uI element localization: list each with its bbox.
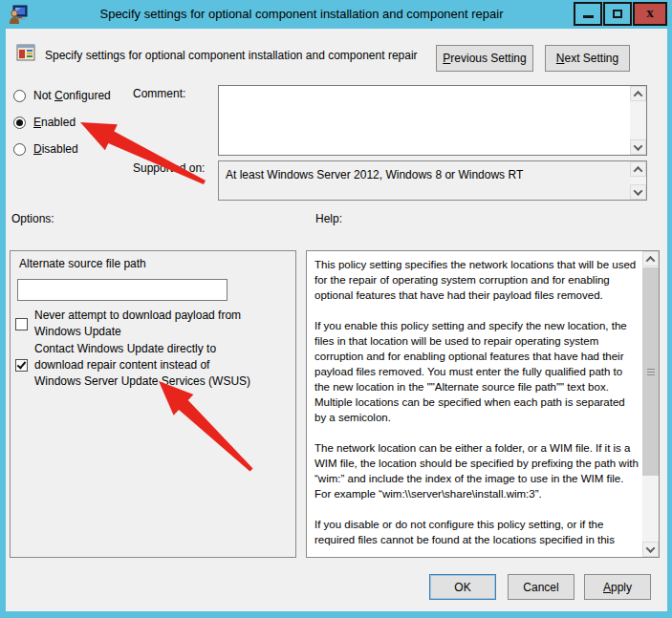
checkbox-contact-wu[interactable] — [15, 359, 28, 372]
supported-on-label: Supported on: — [133, 161, 205, 175]
titlebar[interactable]: Specify settings for optional component … — [0, 0, 672, 29]
chevron-down-icon — [634, 141, 643, 151]
alternate-source-path-input[interactable] — [17, 279, 228, 301]
radio-enabled[interactable]: Enabled — [13, 115, 76, 130]
checkbox-never-download-label: Never attempt to download payload from W… — [34, 308, 259, 340]
ok-button[interactable]: OK — [429, 574, 496, 600]
radio-not-configured-circle[interactable] — [13, 90, 26, 102]
policy-setting-icon — [15, 42, 36, 63]
close-icon: x — [646, 6, 654, 20]
previous-setting-label: Previous Setting — [443, 52, 526, 65]
minimize-icon — [583, 15, 594, 18]
help-paragraph: If you disable or do not configure this … — [314, 517, 639, 547]
scroll-up-button[interactable] — [630, 86, 646, 101]
radio-disabled[interactable]: Disabled — [13, 141, 78, 157]
close-button[interactable]: x — [633, 2, 667, 26]
options-panel: Alternate source file path Never attempt… — [10, 250, 296, 558]
supported-on-box: At least Windows Server 2012, Windows 8 … — [218, 160, 647, 201]
help-panel: This policy setting specifies the networ… — [306, 250, 660, 558]
checkbox-never-download[interactable] — [15, 318, 28, 330]
previous-setting-button[interactable]: Previous Setting — [436, 45, 533, 72]
help-scrollbar[interactable] — [642, 251, 659, 557]
next-setting-label: Next Setting — [556, 52, 618, 65]
chevron-up-icon — [646, 255, 656, 265]
scroll-down-button[interactable] — [642, 542, 659, 557]
comment-scrollbar[interactable] — [630, 86, 646, 155]
radio-enabled-label: Enabled — [33, 116, 76, 129]
checkbox-contact-wu-label: Contact Windows Update directly to downl… — [34, 341, 259, 390]
options-section-label: Options: — [11, 212, 54, 225]
scroll-down-button[interactable] — [630, 184, 646, 200]
policy-settings-dialog: Specify settings for optional component … — [0, 0, 672, 618]
next-setting-button[interactable]: Next Setting — [545, 45, 630, 72]
window-title: Specify settings for optional component … — [38, 7, 565, 21]
radio-disabled-label: Disabled — [33, 142, 78, 156]
checkbox-never-download-row[interactable]: Never attempt to download payload from W… — [15, 308, 259, 340]
dialog-body: Specify settings for optional component … — [6, 29, 667, 611]
cancel-button[interactable]: Cancel — [508, 574, 574, 600]
scroll-down-button[interactable] — [630, 139, 646, 155]
radio-enabled-circle[interactable] — [13, 117, 26, 129]
comment-textarea[interactable] — [218, 85, 647, 156]
comment-label: Comment: — [133, 87, 185, 100]
minimize-button[interactable] — [574, 2, 602, 26]
help-paragraph: If you enable this policy setting and sp… — [314, 318, 639, 425]
radio-not-configured-label: Not Configured — [33, 89, 111, 102]
scrollbar-thumb[interactable] — [642, 267, 659, 476]
ok-label: OK — [454, 581, 470, 594]
maximize-button[interactable] — [603, 2, 632, 26]
help-section-label: Help: — [315, 212, 342, 225]
help-paragraph: The network location can be either a fol… — [314, 440, 639, 501]
checkbox-contact-wu-row[interactable]: Contact Windows Update directly to downl… — [15, 341, 259, 390]
maximize-icon — [613, 10, 622, 18]
cancel-label: Cancel — [523, 581, 558, 594]
checkmark-icon — [17, 359, 27, 369]
alternate-source-path-label: Alternate source file path — [19, 257, 146, 270]
chevron-down-icon — [646, 543, 656, 553]
radio-disabled-circle[interactable] — [13, 143, 26, 156]
radio-not-configured[interactable]: Not Configured — [13, 88, 111, 103]
supported-on-value: At least Windows Server 2012, Windows 8 … — [226, 168, 625, 181]
supported-scrollbar[interactable] — [630, 161, 646, 200]
scrollbar-grip-icon — [647, 372, 655, 373]
group-policy-app-icon — [9, 5, 28, 24]
apply-button[interactable]: Apply — [584, 574, 651, 600]
scroll-up-button[interactable] — [630, 161, 646, 177]
chevron-up-icon — [634, 90, 643, 99]
chevron-up-icon — [634, 165, 643, 175]
apply-label: Apply — [603, 581, 632, 594]
help-paragraph: This policy setting specifies the networ… — [314, 257, 639, 303]
chevron-down-icon — [634, 186, 643, 196]
help-text: This policy setting specifies the networ… — [314, 257, 639, 557]
scroll-up-button[interactable] — [642, 251, 659, 266]
policy-setting-title: Specify settings for optional component … — [45, 49, 418, 62]
